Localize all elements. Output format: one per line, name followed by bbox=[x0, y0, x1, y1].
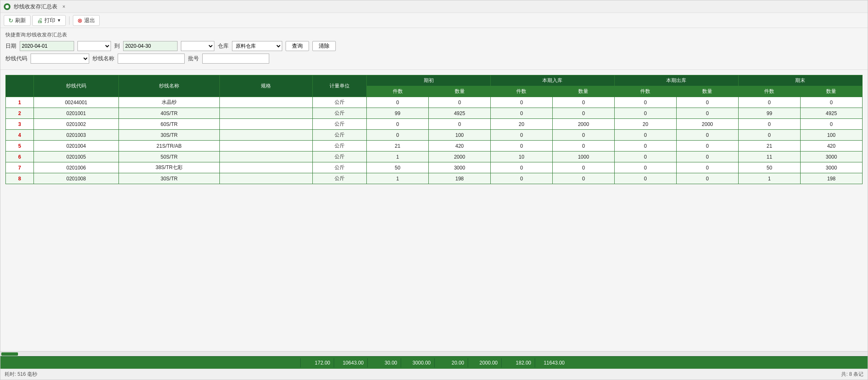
col-unit-header: 计量单位 bbox=[312, 75, 366, 97]
warehouse-select[interactable]: 原料仓库 bbox=[232, 41, 282, 51]
row-in-pcs: 0 bbox=[491, 162, 553, 173]
status-bar: 耗时: 516 毫秒 共: 8 条记 bbox=[0, 369, 868, 380]
row-index: 5 bbox=[6, 141, 34, 151]
query-button[interactable]: 查询 bbox=[286, 41, 309, 51]
print-dropdown-arrow[interactable]: ▼ bbox=[57, 18, 61, 23]
col-chuku-header: 本期出库 bbox=[614, 75, 738, 86]
col-out-pcs-header: 件数 bbox=[614, 86, 676, 97]
table-body: 100244001水晶纱公斤000000002020100140S/TR公斤99… bbox=[6, 97, 863, 184]
row-out-qty: 0 bbox=[676, 141, 738, 151]
exit-button[interactable]: ⊗ 退出 bbox=[73, 15, 100, 26]
date-from-select[interactable] bbox=[77, 41, 111, 51]
row-spec bbox=[219, 119, 312, 130]
yarn-code-select[interactable] bbox=[31, 54, 89, 64]
date-to-input[interactable] bbox=[123, 41, 178, 51]
row-out-qty: 0 bbox=[676, 108, 738, 119]
scroll-thumb[interactable] bbox=[1, 352, 18, 356]
row-qi-qty: 100 bbox=[429, 130, 491, 141]
toolbar: ↻ 刷新 🖨 打印 ▼ ⊗ 退出 bbox=[0, 13, 868, 28]
row-index: 7 bbox=[6, 162, 34, 173]
row-out-pcs: 0 bbox=[614, 162, 676, 173]
row-end-qty: 4925 bbox=[800, 108, 862, 119]
footer-end-qty: 11643.00 bbox=[535, 358, 568, 367]
row-out-qty: 0 bbox=[676, 162, 738, 173]
data-table: 纱线代码 纱线名称 规格 计量单位 期初 本期入库 本期出库 期末 件数 数量 … bbox=[5, 75, 863, 184]
row-end-pcs: 11 bbox=[738, 151, 800, 162]
row-name: 50S/TR bbox=[119, 151, 219, 162]
col-qi-qty-header: 数量 bbox=[429, 86, 491, 97]
row-out-qty: 2000 bbox=[676, 119, 738, 130]
title-bar: 纱线收发存汇总表 × bbox=[0, 0, 868, 13]
row-code: 0201008 bbox=[33, 173, 118, 184]
table-row: 4020100330S/TR公斤010000000100 bbox=[6, 130, 863, 141]
batch-label: 批号 bbox=[188, 55, 199, 62]
row-spec bbox=[219, 130, 312, 141]
row-qi-pcs: 0 bbox=[367, 130, 429, 141]
filter-row-2: 纱线代码 纱线名称 批号 bbox=[5, 54, 863, 64]
warehouse-label: 仓库 bbox=[218, 42, 229, 50]
row-end-qty: 198 bbox=[800, 173, 862, 184]
row-out-qty: 0 bbox=[676, 97, 738, 108]
separator bbox=[69, 16, 70, 25]
row-spec bbox=[219, 151, 312, 162]
print-button[interactable]: 🖨 打印 ▼ bbox=[32, 15, 66, 26]
filter-row-1: 日期 到 仓库 原料仓库 查询 清除 bbox=[5, 41, 863, 51]
col-end-pcs-header: 件数 bbox=[738, 86, 800, 97]
row-code: 0201005 bbox=[33, 151, 118, 162]
refresh-button[interactable]: ↻ 刷新 bbox=[4, 15, 31, 26]
row-name: 21S/TR/AB bbox=[119, 141, 219, 151]
row-name: 30S/TR bbox=[119, 130, 219, 141]
date-label: 日期 bbox=[5, 42, 16, 50]
elapsed-status: 耗时: 516 毫秒 bbox=[5, 371, 37, 378]
row-unit: 公斤 bbox=[312, 108, 366, 119]
row-unit: 公斤 bbox=[312, 130, 366, 141]
row-in-qty: 0 bbox=[552, 108, 614, 119]
row-unit: 公斤 bbox=[312, 119, 366, 130]
row-qi-pcs: 0 bbox=[367, 119, 429, 130]
row-end-pcs: 0 bbox=[738, 130, 800, 141]
row-end-pcs: 0 bbox=[738, 119, 800, 130]
row-unit: 公斤 bbox=[312, 173, 366, 184]
date-from-input[interactable] bbox=[20, 41, 74, 51]
footer-end-pcs: 182.00 bbox=[501, 358, 535, 367]
row-out-pcs: 0 bbox=[614, 130, 676, 141]
row-unit: 公斤 bbox=[312, 162, 366, 173]
row-index: 3 bbox=[6, 119, 34, 130]
row-code: 0201001 bbox=[33, 108, 118, 119]
col-index-header bbox=[6, 75, 34, 97]
col-spec-header: 规格 bbox=[219, 75, 312, 97]
row-qi-pcs: 21 bbox=[367, 141, 429, 151]
row-in-pcs: 0 bbox=[491, 130, 553, 141]
scroll-track[interactable] bbox=[0, 351, 868, 356]
row-name: 60S/TR bbox=[119, 119, 219, 130]
row-qi-pcs: 1 bbox=[367, 151, 429, 162]
filter-area: 快捷查询:纱线收发存汇总表 日期 到 仓库 原料仓库 查询 清除 纱线代码 纱线… bbox=[0, 28, 868, 70]
svg-point-0 bbox=[5, 5, 9, 8]
row-end-qty: 3000 bbox=[800, 162, 862, 173]
row-name: 38S/TR七彩 bbox=[119, 162, 219, 173]
row-spec bbox=[219, 173, 312, 184]
footer-in-qty: 3000.00 bbox=[401, 358, 434, 367]
row-out-pcs: 0 bbox=[614, 108, 676, 119]
yarn-name-input[interactable] bbox=[118, 54, 185, 64]
row-end-qty: 3000 bbox=[800, 151, 862, 162]
clear-button[interactable]: 清除 bbox=[312, 41, 336, 51]
col-in-pcs-header: 件数 bbox=[491, 86, 553, 97]
row-spec bbox=[219, 97, 312, 108]
row-end-pcs: 21 bbox=[738, 141, 800, 151]
batch-input[interactable] bbox=[202, 54, 269, 64]
footer-bar: 172.00 10643.00 30.00 3000.00 20.00 2000… bbox=[0, 356, 868, 369]
close-button[interactable]: × bbox=[62, 4, 65, 10]
row-end-qty: 0 bbox=[800, 119, 862, 130]
row-qi-pcs: 99 bbox=[367, 108, 429, 119]
row-code: 0201006 bbox=[33, 162, 118, 173]
row-name: 水晶纱 bbox=[119, 97, 219, 108]
row-out-qty: 0 bbox=[676, 151, 738, 162]
row-qi-qty: 0 bbox=[429, 119, 491, 130]
date-to-select[interactable] bbox=[181, 41, 214, 51]
table-row: 7020100638S/TR七彩公斤5030000000503000 bbox=[6, 162, 863, 173]
row-code: 0201004 bbox=[33, 141, 118, 151]
footer-qi-pcs: 172.00 bbox=[300, 358, 334, 367]
row-in-qty: 2000 bbox=[552, 119, 614, 130]
row-index: 1 bbox=[6, 97, 34, 108]
